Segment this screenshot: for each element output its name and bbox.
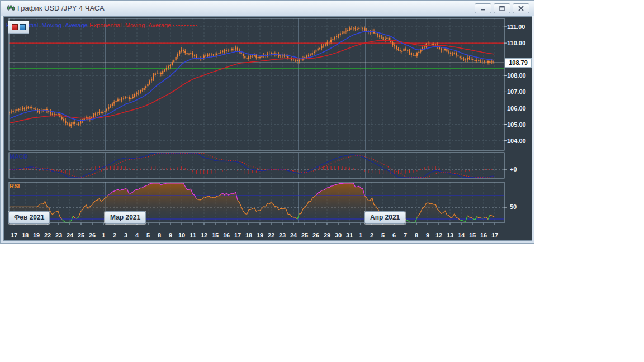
macd-zero-axis-label: +0 xyxy=(510,165,517,173)
time-axis-label: 31 xyxy=(343,231,356,239)
price-axis-label: 108.00 xyxy=(507,72,532,79)
time-axis-label: 10 xyxy=(176,231,188,239)
time-axis-label: 16 xyxy=(477,231,490,239)
chart-plot xyxy=(4,17,532,241)
price-axis-label: 107.00 xyxy=(507,88,532,96)
time-axis-label: 4 xyxy=(131,231,143,239)
chart-canvas[interactable]: Exponential_Moving_Average.Exponential_M… xyxy=(3,16,532,241)
time-axis-label: 26 xyxy=(310,231,322,239)
macd-line xyxy=(10,153,494,178)
time-axis-label: 22 xyxy=(265,231,277,239)
ema-slow-legend-label: Exponential_Moving_Average xyxy=(89,22,171,28)
time-axis-label: 12 xyxy=(433,231,445,239)
time-axis-label: 22 xyxy=(41,231,54,239)
time-axis-label: 25 xyxy=(299,231,311,239)
month-label: Апр 2021 xyxy=(364,211,405,224)
indicator-legend: Exponential_Moving_Average.Exponential_M… xyxy=(6,22,197,28)
time-axis-label: 18 xyxy=(243,231,255,239)
window-controls xyxy=(475,3,529,13)
time-axis-label: 25 xyxy=(75,231,87,239)
time-axis-label: 23 xyxy=(53,231,65,239)
close-icon xyxy=(518,6,524,11)
macd-panel-label: MACD xyxy=(10,153,28,160)
minimize-button[interactable] xyxy=(475,3,491,13)
legend-dash-tail xyxy=(173,25,197,27)
time-axis-label: 16 xyxy=(220,231,233,239)
time-axis-label: 3 xyxy=(120,231,132,239)
time-axis-label: 9 xyxy=(164,231,177,239)
time-axis-label: 17 xyxy=(489,231,501,239)
restore-button[interactable] xyxy=(494,3,510,13)
month-label: Мар 2021 xyxy=(105,211,146,224)
candles-layer xyxy=(9,26,494,128)
time-axis-label: 14 xyxy=(455,231,467,239)
red-indicator-button[interactable] xyxy=(12,24,18,30)
time-axis-label: 12 xyxy=(198,231,210,239)
rsi-panel-label: RSI xyxy=(10,183,20,189)
time-axis-label: 11 xyxy=(187,231,199,239)
time-axis-label: 30 xyxy=(332,231,344,239)
time-axis-label: 15 xyxy=(466,231,479,239)
time-axis-label: 17 xyxy=(231,231,244,239)
desktop: График USD /JPY 4 ЧАСА xyxy=(0,0,644,362)
time-axis-label: 2 xyxy=(366,231,378,239)
price-axis-label: 105.00 xyxy=(507,121,532,128)
window-title: График USD /JPY 4 ЧАСА xyxy=(17,4,475,12)
time-axis-label: 9 xyxy=(422,231,434,239)
macd-signal-line xyxy=(10,153,494,178)
time-axis-label: 13 xyxy=(444,231,456,239)
month-label: Фев 2021 xyxy=(8,211,50,224)
time-axis-label: 19 xyxy=(30,231,42,239)
price-axis-label: 111.00 xyxy=(507,23,532,31)
time-axis-label: 26 xyxy=(86,231,98,239)
time-axis-label: 1 xyxy=(354,231,367,239)
time-axis-label: 1 xyxy=(97,231,110,239)
time-axis-label: 7 xyxy=(399,231,411,239)
time-axis-label: 8 xyxy=(153,231,165,239)
price-axis-label: 106.00 xyxy=(507,104,532,112)
time-axis-label: 17 xyxy=(8,231,20,239)
time-axis-label: 6 xyxy=(388,231,400,239)
price-axis-label: 104.00 xyxy=(507,137,532,145)
chart-window: График USD /JPY 4 ЧАСА xyxy=(0,0,534,244)
time-axis-label: 24 xyxy=(287,231,300,239)
indicator-buttons-panel xyxy=(8,21,29,34)
close-button[interactable] xyxy=(513,3,529,13)
rsi-mid-axis-label: 50 xyxy=(510,203,517,211)
time-axis-label: 5 xyxy=(142,231,154,239)
time-axis-label: 29 xyxy=(321,231,333,239)
price-axis-label: 110.00 xyxy=(507,39,532,47)
time-axis-label: 8 xyxy=(410,231,423,239)
time-axis-label: 18 xyxy=(19,231,31,239)
ema-slow-line xyxy=(10,40,494,123)
time-axis-label: 19 xyxy=(254,231,266,239)
rsi-fill xyxy=(10,183,494,223)
time-axis-label: 24 xyxy=(64,231,76,239)
title-bar[interactable]: График USD /JPY 4 ЧАСА xyxy=(1,1,534,16)
time-axis-label: 5 xyxy=(377,231,389,239)
candlestick-chart-icon xyxy=(5,4,15,13)
current-price-badge: 108.79 xyxy=(505,58,532,68)
minimize-icon xyxy=(480,6,486,11)
blue-indicator-button[interactable] xyxy=(20,24,26,30)
time-axis-label: 2 xyxy=(108,231,121,239)
time-axis-label: 15 xyxy=(209,231,221,239)
time-axis-label: 23 xyxy=(276,231,288,239)
restore-icon xyxy=(499,6,505,11)
